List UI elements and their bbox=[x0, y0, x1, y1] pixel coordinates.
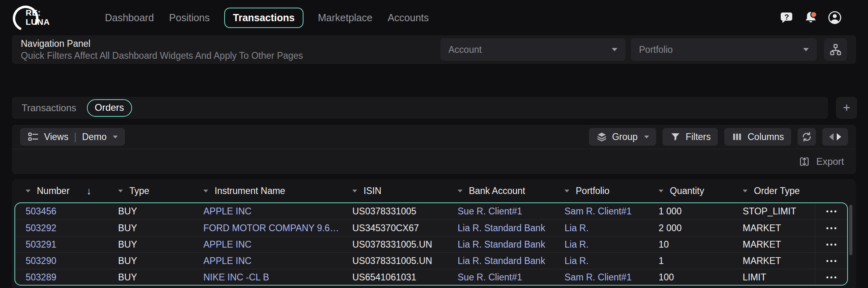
column-header-number[interactable]: Number ↓ bbox=[15, 179, 108, 202]
cell-bank-account[interactable]: Lia R. Standard Bank bbox=[447, 256, 554, 266]
cell-number[interactable]: 503456 bbox=[15, 206, 108, 217]
chevron-down-icon bbox=[113, 136, 118, 138]
column-menu-icon[interactable] bbox=[203, 190, 208, 192]
columns-icon bbox=[731, 131, 743, 142]
cell-type: BUY bbox=[108, 239, 193, 250]
column-label: Instrument Name bbox=[215, 186, 285, 196]
cell-quantity: 1 bbox=[648, 256, 732, 266]
cell-quantity: 2 000 bbox=[648, 223, 732, 234]
cell-portfolio[interactable]: Sam R. Client#1 bbox=[554, 206, 648, 217]
column-label: Order Type bbox=[754, 186, 800, 196]
brand-line2: LUNA bbox=[26, 17, 50, 26]
group-dropdown[interactable]: Group bbox=[589, 128, 656, 146]
profile-icon[interactable] bbox=[827, 10, 842, 25]
top-bar: RE: LUNA Dashboard Positions Transaction… bbox=[0, 0, 868, 35]
brand-logo[interactable]: RE: LUNA bbox=[12, 3, 59, 32]
notifications-icon[interactable] bbox=[803, 10, 818, 25]
cell-bank-account[interactable]: Sue R. Client#1 bbox=[447, 206, 554, 217]
refresh-button[interactable] bbox=[798, 128, 816, 146]
filters-label: Filters bbox=[686, 132, 711, 142]
funnel-icon bbox=[670, 131, 681, 142]
cell-instrument[interactable]: APPLE INC bbox=[193, 206, 342, 217]
pager-buttons[interactable] bbox=[822, 128, 848, 146]
cell-instrument[interactable]: FORD MOTOR COMPANY 9.6… bbox=[193, 223, 342, 234]
cell-portfolio[interactable]: Lia R. bbox=[554, 239, 648, 250]
cell-portfolio[interactable]: Sam R. Client#1 bbox=[554, 272, 648, 283]
portfolio-select[interactable]: Portfolio bbox=[631, 38, 817, 61]
cell-number[interactable]: 503289 bbox=[15, 272, 108, 283]
cell-number[interactable]: 503292 bbox=[15, 223, 108, 234]
view-tabs: Transactions Orders bbox=[12, 97, 828, 119]
column-menu-icon[interactable] bbox=[565, 190, 569, 192]
cell-bank-account[interactable]: Lia R. Standard Bank bbox=[447, 239, 554, 250]
account-select[interactable]: Account bbox=[440, 38, 625, 61]
layers-icon bbox=[596, 131, 607, 142]
column-menu-icon[interactable] bbox=[458, 190, 462, 192]
cell-bank-account[interactable]: Lia R. Standard Bank bbox=[447, 223, 554, 234]
table-row[interactable]: 503292 BUY FORD MOTOR COMPANY 9.6… US345… bbox=[15, 220, 847, 236]
nav-item-accounts[interactable]: Accounts bbox=[387, 8, 430, 27]
column-header-instrument-name[interactable]: Instrument Name bbox=[193, 179, 342, 202]
filters-button[interactable]: Filters bbox=[663, 128, 718, 146]
cell-number[interactable]: 503291 bbox=[15, 239, 108, 250]
row-actions-button[interactable] bbox=[815, 220, 847, 236]
cell-order-type: LIMIT bbox=[732, 272, 815, 283]
column-menu-icon[interactable] bbox=[352, 190, 357, 192]
column-menu-icon[interactable] bbox=[743, 190, 747, 192]
sort-desc-icon[interactable]: ↓ bbox=[86, 185, 92, 197]
column-label: Quantity bbox=[670, 186, 704, 196]
cell-portfolio[interactable]: Lia R. bbox=[554, 223, 648, 234]
table-row[interactable]: 503291 BUY APPLE INC US0378331005.UN Lia… bbox=[15, 236, 847, 252]
table-row[interactable]: 503290 BUY APPLE INC US0378331005.UN Lia… bbox=[15, 252, 847, 269]
grid-toolbar-right: Group Filters Columns bbox=[589, 128, 848, 146]
row-actions-button[interactable] bbox=[815, 269, 847, 285]
column-menu-icon[interactable] bbox=[26, 190, 30, 192]
column-header-portfolio[interactable]: Portfolio bbox=[554, 179, 648, 202]
page-left-icon[interactable] bbox=[829, 133, 834, 140]
column-label: Type bbox=[129, 186, 149, 196]
tab-transactions[interactable]: Transactions bbox=[22, 102, 76, 114]
tab-orders[interactable]: Orders bbox=[87, 99, 132, 117]
row-actions-button[interactable] bbox=[815, 203, 847, 220]
chevron-down-icon bbox=[644, 136, 649, 138]
nav-item-marketplace[interactable]: Marketplace bbox=[317, 8, 373, 27]
row-actions-button[interactable] bbox=[815, 236, 847, 252]
column-header-isin[interactable]: ISIN bbox=[342, 179, 447, 202]
cell-order-type: MARKET bbox=[732, 256, 815, 266]
export-button[interactable]: Export bbox=[12, 149, 856, 174]
grid-toolbar: Views | Demo Group bbox=[12, 125, 856, 149]
cell-instrument[interactable]: NIKE INC -CL B bbox=[193, 272, 342, 283]
column-header-order-type[interactable]: Order Type bbox=[732, 179, 815, 202]
columns-button[interactable]: Columns bbox=[724, 128, 791, 146]
app-root: RE: LUNA Dashboard Positions Transaction… bbox=[0, 0, 868, 288]
help-icon[interactable]: ? bbox=[779, 10, 794, 25]
views-dropdown[interactable]: Views | Demo bbox=[20, 128, 125, 146]
views-separator: | bbox=[73, 132, 77, 142]
column-menu-icon[interactable] bbox=[118, 190, 123, 192]
page-right-icon[interactable] bbox=[837, 133, 841, 140]
quick-filters-text: Navigation Panel Quick Filters Affect Al… bbox=[21, 38, 303, 61]
cell-number[interactable]: 503290 bbox=[15, 256, 108, 266]
columns-label: Columns bbox=[747, 132, 784, 142]
column-menu-icon[interactable] bbox=[659, 190, 663, 192]
table-row[interactable]: 503289 BUY NIKE INC -CL B US6541061031 S… bbox=[15, 269, 847, 285]
nav-item-transactions[interactable]: Transactions bbox=[224, 8, 303, 28]
nav-item-dashboard[interactable]: Dashboard bbox=[104, 8, 155, 27]
chevron-down-icon bbox=[612, 48, 617, 51]
column-header-bank-account[interactable]: Bank Account bbox=[447, 179, 554, 202]
cell-portfolio[interactable]: Lia R. bbox=[554, 256, 648, 266]
table-row[interactable]: 503456 BUY APPLE INC US0378331005 Sue R.… bbox=[15, 203, 847, 220]
row-actions-button[interactable] bbox=[815, 253, 847, 269]
cell-instrument[interactable]: APPLE INC bbox=[193, 239, 342, 250]
cell-isin: US0378331005.UN bbox=[342, 239, 447, 250]
column-header-type[interactable]: Type bbox=[108, 179, 193, 202]
add-tab-button[interactable]: + bbox=[836, 97, 857, 119]
cell-type: BUY bbox=[108, 256, 193, 266]
vertical-scrollbar[interactable] bbox=[849, 205, 852, 255]
grid-toolbar-panel: Views | Demo Group bbox=[12, 125, 856, 174]
column-header-quantity[interactable]: Quantity bbox=[648, 179, 732, 202]
cell-bank-account[interactable]: Sue R. Client#1 bbox=[447, 272, 554, 283]
nav-item-positions[interactable]: Positions bbox=[168, 8, 210, 27]
cell-instrument[interactable]: APPLE INC bbox=[193, 256, 342, 266]
hierarchy-button[interactable] bbox=[824, 38, 847, 61]
